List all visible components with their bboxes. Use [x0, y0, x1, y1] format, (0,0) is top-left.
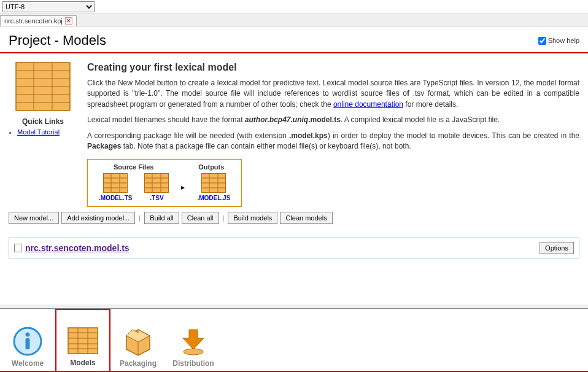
options-button[interactable]: Options [540, 242, 574, 254]
box-icon [123, 326, 153, 357]
document-tab-bar: nrc.str.sencoten.kpj ✕ [0, 14, 588, 26]
page-title: Project - Models [9, 33, 106, 48]
document-tab[interactable]: nrc.str.sencoten.kpj ✕ [0, 15, 77, 26]
quick-links-heading: Quick Links [9, 117, 77, 126]
build-models-button[interactable]: Build models [228, 212, 277, 224]
svg-rect-29 [68, 328, 98, 354]
models-icon [15, 62, 71, 111]
info-icon [12, 326, 43, 357]
tab-welcome[interactable]: Welcome [0, 309, 55, 372]
svg-point-40 [184, 349, 203, 355]
intro-paragraph-1: Click the New Model button to create a l… [87, 78, 579, 110]
arrow-right-icon: ▸ [181, 183, 185, 192]
tab-packaging[interactable]: Packaging [110, 309, 166, 372]
grid-icon [103, 173, 128, 193]
divider [0, 52, 588, 53]
encoding-select[interactable]: UTF-8 [2, 1, 95, 12]
intro-paragraph-2: Lexical model filenames should have the … [87, 115, 579, 125]
download-icon [178, 326, 209, 357]
online-documentation-link[interactable]: online documentation [333, 100, 403, 109]
add-existing-model-button[interactable]: Add existing model... [61, 212, 135, 224]
show-help-toggle[interactable]: Show help [538, 37, 579, 45]
clean-models-button[interactable]: Clean models [280, 212, 332, 224]
close-icon[interactable]: ✕ [65, 17, 72, 25]
model-list-row: nrc.str.sencoten.model.ts Options [9, 238, 579, 258]
build-all-button[interactable]: Build all [144, 212, 179, 224]
new-model-button[interactable]: New model... [9, 212, 59, 224]
document-tab-label: nrc.str.sencoten.kpj [4, 17, 63, 25]
action-button-row: New model... Add existing model... | Bui… [0, 207, 588, 229]
grid-icon [68, 325, 98, 356]
source-output-diagram: Source Files Outputs .MODEL.TS .T [87, 159, 242, 207]
model-file-link[interactable]: nrc.str.sencoten.model.ts [25, 243, 130, 253]
tab-models[interactable]: Models [55, 309, 110, 372]
document-icon [14, 244, 21, 252]
grid-icon [201, 173, 226, 193]
intro-heading: Creating your first lexical model [87, 62, 579, 73]
svg-point-27 [26, 333, 30, 337]
tab-distribution[interactable]: Distribution [166, 309, 221, 372]
clean-all-button[interactable]: Clean all [182, 212, 219, 224]
svg-marker-39 [183, 330, 204, 349]
bottom-tab-bar: Welcome Models Packaging Distribution [0, 308, 588, 372]
svg-rect-28 [26, 338, 30, 349]
intro-paragraph-3: A corresponding package file will be nee… [87, 131, 579, 152]
grid-icon [144, 173, 169, 193]
show-help-checkbox[interactable] [538, 37, 546, 45]
model-tutorial-link[interactable]: Model Tutorial [17, 128, 60, 136]
